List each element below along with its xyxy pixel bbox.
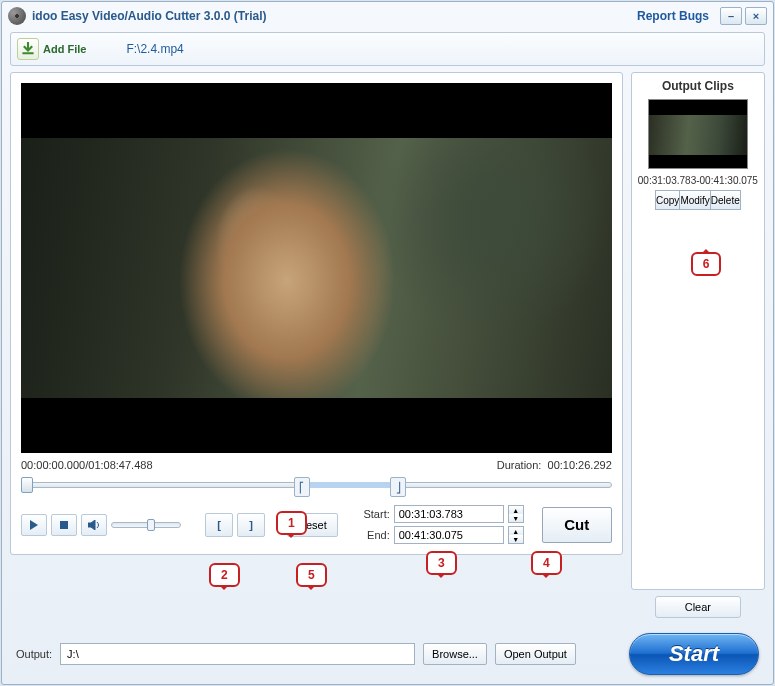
app-icon xyxy=(8,7,26,25)
callout-5: 5 xyxy=(296,563,327,587)
open-output-button[interactable]: Open Output xyxy=(495,643,576,665)
range-end-marker[interactable]: ⎦ xyxy=(390,477,406,497)
selection-duration: 00:10:26.292 xyxy=(548,459,612,471)
end-time-input[interactable] xyxy=(394,526,504,544)
start-time-label: Start: xyxy=(356,508,390,520)
add-file-label: Add File xyxy=(43,43,86,55)
minimize-button[interactable]: – xyxy=(720,7,742,25)
clip-time-range: 00:31:03.783-00:41:30.075 xyxy=(638,175,758,186)
close-button[interactable]: × xyxy=(745,7,767,25)
report-bugs-link[interactable]: Report Bugs xyxy=(637,9,709,23)
playhead-thumb[interactable] xyxy=(21,477,33,493)
clip-delete-button[interactable]: Delete xyxy=(711,190,741,210)
timeline-slider[interactable]: ⎡ ⎦ xyxy=(21,475,612,495)
volume-slider[interactable] xyxy=(111,522,181,528)
mark-start-button[interactable]: [ xyxy=(205,513,233,537)
stop-button[interactable] xyxy=(51,514,77,536)
reset-button[interactable]: Reset xyxy=(287,513,338,537)
video-preview[interactable] xyxy=(21,83,612,453)
range-start-marker[interactable]: ⎡ xyxy=(294,477,310,497)
download-icon xyxy=(17,38,39,60)
svg-rect-0 xyxy=(60,521,68,529)
browse-button[interactable]: Browse... xyxy=(423,643,487,665)
current-file-path: F:\2.4.mp4 xyxy=(126,42,183,56)
output-folder-label: Output: xyxy=(16,648,52,660)
mark-end-button[interactable]: ] xyxy=(237,513,265,537)
callout-3: 3 xyxy=(426,551,457,575)
window-title: idoo Easy Video/Audio Cutter 3.0.0 (Tria… xyxy=(32,9,267,23)
output-clips-title: Output Clips xyxy=(662,79,734,93)
clip-thumbnail[interactable] xyxy=(648,99,748,169)
duration-label: Duration: xyxy=(497,459,542,471)
cut-button[interactable]: Cut xyxy=(542,507,612,543)
start-button[interactable]: Start xyxy=(629,633,759,675)
clip-modify-button[interactable]: Modify xyxy=(680,190,710,210)
clip-copy-button[interactable]: Copy xyxy=(655,190,680,210)
start-time-spinner[interactable]: ▲▼ xyxy=(508,505,524,523)
clear-clips-button[interactable]: Clear xyxy=(655,596,741,618)
callout-4: 4 xyxy=(531,551,562,575)
end-time-spinner[interactable]: ▲▼ xyxy=(508,526,524,544)
play-button[interactable] xyxy=(21,514,47,536)
callout-2: 2 xyxy=(209,563,240,587)
playback-position: 00:00:00.000/01:08:47.488 xyxy=(21,459,153,471)
output-folder-input[interactable] xyxy=(60,643,415,665)
end-time-label: End: xyxy=(356,529,390,541)
video-still-image xyxy=(21,138,612,398)
start-time-input[interactable] xyxy=(394,505,504,523)
add-file-button[interactable]: Add File xyxy=(17,38,86,60)
volume-icon[interactable] xyxy=(81,514,107,536)
